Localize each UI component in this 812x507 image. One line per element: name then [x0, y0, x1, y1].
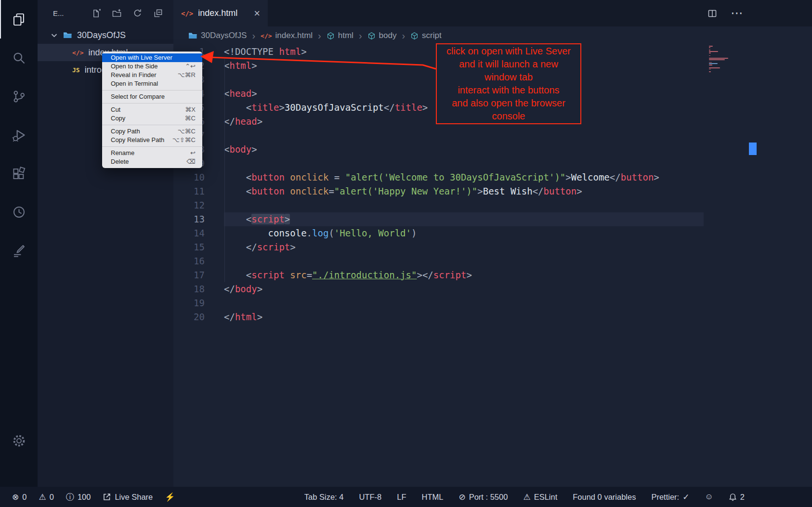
status-warning-triangle[interactable]: ⚠ESLint [523, 492, 557, 502]
activity-extensions-button[interactable] [0, 154, 38, 193]
tab-index-html[interactable]: </> index.html × [173, 0, 268, 26]
settings-icon [12, 433, 26, 448]
status-error-circle[interactable]: ⊗0 [12, 492, 26, 502]
menu-item-copy[interactable]: Copy⌘C [102, 114, 202, 123]
breadcrumb: 30DaysOfJS›</>index.html›html›body›scrip… [173, 26, 812, 45]
activity-source-control-button[interactable] [0, 77, 38, 116]
code-line: 13 <script> [173, 212, 812, 226]
vscode-window: E... 30DaysOfJS</>index.htmlJSintroducti… [0, 0, 812, 507]
breadcrumb-item-index-html[interactable]: </>index.html [261, 31, 313, 40]
collapse-all-button[interactable] [154, 9, 163, 18]
html-file-icon: </> [181, 10, 193, 17]
status-warning[interactable]: ⚠0 [39, 492, 53, 502]
line-number: 17 [173, 268, 224, 282]
minimap[interactable] [709, 46, 749, 73]
code-line-content[interactable]: <button onclick="alert('Happy New Year!'… [224, 184, 704, 198]
menu-item-cut[interactable]: Cut⌘X [102, 105, 202, 114]
menu-item-copy-relative-path[interactable]: Copy Relative Path⌥⇧⌘C [102, 136, 202, 144]
code-line: 20</html> [173, 310, 812, 324]
code-line-content[interactable]: <body> [224, 143, 704, 156]
code-line-content[interactable]: <button onclick = "alert('Welcome to 30D… [224, 170, 704, 184]
menu-item-copy-path[interactable]: Copy Path⌥⌘C [102, 127, 202, 136]
status-utf-8[interactable]: UTF-8 [359, 493, 381, 502]
history-icon [12, 205, 26, 220]
refresh-button[interactable] [133, 9, 142, 18]
more-actions-icon[interactable]: ⋯ [731, 6, 744, 21]
breadcrumb-item-body[interactable]: body [367, 31, 397, 40]
status-smiley[interactable]: ☺ [705, 492, 713, 502]
new-file-button[interactable] [92, 9, 101, 18]
code-line-content[interactable]: <script> [224, 212, 704, 226]
status-found-0-variables[interactable]: Found 0 variables [573, 493, 636, 502]
line-number: 19 [173, 296, 224, 310]
code-line-content[interactable] [224, 198, 704, 212]
code-line-content[interactable]: console.log('Hello, World') [224, 226, 704, 240]
status-bolt[interactable]: ⚡ [165, 492, 175, 502]
menu-item-open-with-live-server[interactable]: Open with Live Server [102, 53, 202, 62]
menu-item-select-for-compare[interactable]: Select for Compare [102, 92, 202, 101]
status-prettier[interactable]: Prettier:✓ [651, 492, 689, 502]
line-number: 10 [173, 170, 224, 184]
menu-item-delete[interactable]: Delete⌫ [102, 157, 202, 166]
menu-separator [102, 125, 202, 125]
activity-explorer-button[interactable] [0, 0, 38, 39]
error-circle-icon: ⊗ [12, 492, 19, 502]
menu-item-open-in-terminal[interactable]: Open in Terminal [102, 79, 202, 88]
line-number: 18 [173, 282, 224, 296]
menu-item-rename[interactable]: Rename↩ [102, 149, 202, 157]
code-line-content[interactable] [224, 254, 704, 268]
breadcrumb-item-30daysofjs[interactable]: 30DaysOfJS [188, 31, 247, 40]
smiley-icon: ☺ [705, 492, 713, 502]
breadcrumb-item-html[interactable]: html [327, 31, 354, 40]
chevron-right-icon: › [401, 30, 406, 41]
close-tab-icon[interactable]: × [254, 8, 260, 19]
code-line: 17 <script src="./introduction.js"></scr… [173, 268, 812, 282]
tree-folder-30daysofjs[interactable]: 30DaysOfJS [38, 26, 173, 44]
status-port[interactable]: ⊘Port : 5500 [458, 492, 508, 502]
code-line-content[interactable]: </html> [224, 310, 704, 324]
indent-guide [224, 59, 225, 282]
code-line-content[interactable]: </script> [224, 240, 704, 254]
status-html[interactable]: HTML [421, 493, 443, 502]
activity-run-debug-button[interactable] [0, 116, 38, 154]
tab-bar: </> index.html × ⋯ [173, 0, 812, 26]
activity-feedback-button[interactable] [0, 231, 38, 270]
chevron-right-icon: › [358, 30, 363, 41]
status-tab-size-4[interactable]: Tab Size: 4 [304, 493, 344, 502]
code-line-content[interactable] [224, 296, 704, 310]
explorer-header: E... [38, 0, 173, 26]
breadcrumb-item-script[interactable]: script [410, 31, 442, 40]
new-folder-button[interactable] [112, 9, 121, 18]
status-bell[interactable]: 2 [729, 493, 745, 502]
bolt-icon: ⚡ [165, 492, 175, 502]
warning-icon: ⚠ [39, 492, 46, 502]
chevron-down-icon [51, 32, 58, 39]
menu-item-reveal-in-finder[interactable]: Reveal in Finder⌥⌘R [102, 71, 202, 79]
info-circle-icon: ⓘ [66, 492, 74, 503]
activity-search-button[interactable] [0, 39, 38, 77]
status-live-share[interactable]: Live Share [103, 493, 153, 502]
split-editor-icon[interactable] [707, 9, 717, 18]
feedback-icon [12, 243, 26, 258]
menu-item-open-to-the-side[interactable]: Open to the Side⌃↩ [102, 62, 202, 71]
code-line: 15 </script> [173, 240, 812, 254]
line-number: 14 [173, 226, 224, 240]
code-line-content[interactable] [224, 156, 704, 170]
activity-history-button[interactable] [0, 193, 38, 231]
code-line-content[interactable] [224, 129, 704, 143]
code-line-content[interactable]: </body> [224, 282, 704, 296]
activity-settings-button[interactable] [0, 421, 38, 460]
extensions-icon [12, 166, 26, 181]
run-debug-icon [12, 128, 26, 143]
new-file-icon [92, 9, 101, 18]
explorer-title: E... [53, 9, 64, 17]
code-line-content[interactable]: <script src="./introduction.js"></script… [224, 268, 704, 282]
status-lf[interactable]: LF [397, 493, 406, 502]
html-file-icon: </> [72, 49, 83, 56]
html-file-icon: </> [261, 32, 272, 39]
code-line: 11 <button onclick="alert('Happy New Yea… [173, 184, 812, 198]
status-info-circle[interactable]: ⓘ100 [66, 492, 91, 503]
line-number: 13 [173, 212, 224, 226]
source-control-icon [12, 89, 26, 104]
code-line: 8<body> [173, 143, 812, 156]
